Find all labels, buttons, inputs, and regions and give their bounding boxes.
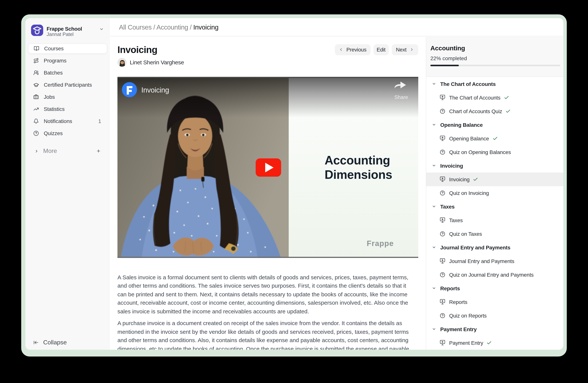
svg-text:Dimensions: Dimensions [324,168,392,181]
svg-text:Accounting: Accounting [324,153,390,167]
svg-text:Invoicing: Invoicing [141,86,169,94]
svg-text:Share: Share [394,95,408,100]
svg-text:Frappe: Frappe [367,239,394,248]
